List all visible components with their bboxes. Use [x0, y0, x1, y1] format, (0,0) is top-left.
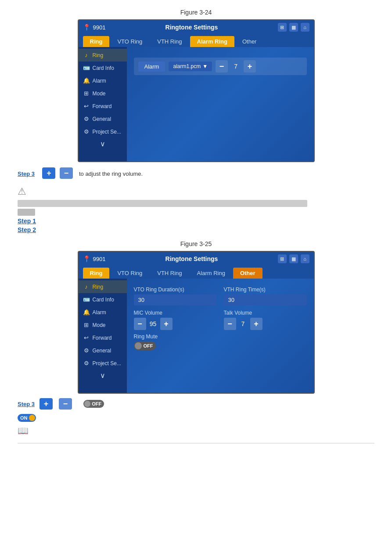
sidebar-general-1[interactable]: ⚙ General: [79, 112, 127, 125]
tab-other-1[interactable]: Other: [235, 36, 264, 47]
tab-alarm-1[interactable]: Alarm Ring: [190, 36, 234, 47]
alarm-icon-1: 🔔: [83, 77, 90, 84]
sidebar-project-label-1: Project Se...: [93, 129, 121, 135]
screen-title-2: Ringtone Settings: [105, 255, 277, 262]
tabs-row-1: Ring VTO Ring VTH Ring Alarm Ring Other: [79, 34, 314, 47]
vto-ring-duration-field: VTO Ring Duration(s) 30: [134, 287, 217, 305]
inline-toggle-circle-off: [84, 401, 90, 407]
blurred-small-block: [18, 209, 35, 216]
vto-ring-duration-value[interactable]: 30: [134, 294, 217, 305]
ring-mute-toggle-off[interactable]: OFF: [134, 341, 156, 350]
sidebar-card-label-2: Card Info: [93, 297, 114, 303]
alarm-control-row: Alarm alarm1.pcm ▼ − 7 +: [134, 58, 307, 75]
alarm-volume-value: 7: [231, 63, 240, 70]
sidebar-1: ♪ Ring 🪪 Card Info 🔔 Alarm ⊞ Mode ↩ Forw…: [79, 47, 127, 161]
alarm-file-name: alarm1.pcm: [173, 63, 201, 69]
mic-volume-field: MIC Volume − 95 +: [134, 310, 217, 330]
mode-icon-1: ⊞: [83, 90, 90, 97]
inline-toggle-off: OFF: [83, 400, 104, 408]
sidebar-alarm-1[interactable]: 🔔 Alarm: [79, 74, 127, 87]
sidebar-forward-label-1: Forward: [93, 103, 112, 109]
sidebar-forward-label-2: Forward: [93, 335, 112, 341]
figure-label-2: Figure 3-25: [18, 240, 374, 247]
sidebar-general-2[interactable]: ⚙ General: [79, 344, 127, 357]
step3-minus-btn-2[interactable]: −: [59, 398, 72, 410]
mic-volume-ctrl: − 95 +: [134, 318, 217, 330]
talk-volume-plus-btn[interactable]: +: [250, 318, 263, 330]
signal-icon-2: ▦: [289, 254, 298, 263]
mic-volume-plus-btn[interactable]: +: [160, 318, 173, 330]
vth-ring-time-field: VTH Ring Time(s) 30: [224, 287, 307, 305]
step3-plus-btn-2[interactable]: +: [40, 398, 53, 410]
tab-other-2[interactable]: Other: [233, 268, 263, 279]
tab-vto-2[interactable]: VTO Ring: [110, 268, 149, 279]
note-book-icon: 📖: [18, 425, 374, 436]
sidebar-ring-2[interactable]: ♪ Ring: [79, 280, 127, 293]
step3-plus-btn-1[interactable]: +: [42, 167, 55, 179]
sidebar-ring-label-1: Ring: [93, 52, 104, 58]
vth-ring-time-value[interactable]: 30: [224, 294, 307, 305]
location-icon-2: 📍: [83, 255, 90, 262]
card-icon-2: 🪪: [83, 296, 90, 303]
mic-volume-label: MIC Volume: [134, 310, 217, 316]
alarm-volume-minus-btn[interactable]: −: [216, 60, 228, 73]
sidebar-project-label-2: Project Se...: [93, 360, 121, 366]
sidebar-forward-2[interactable]: ↩ Forward: [79, 331, 127, 344]
sidebar-forward-1[interactable]: ↩ Forward: [79, 100, 127, 112]
content-area-1: Alarm alarm1.pcm ▼ − 7 +: [127, 47, 314, 161]
sidebar-project-1[interactable]: ⚙ Project Se...: [79, 125, 127, 138]
screen-header-1: 📍 9901 Ringtone Settings ⊞ ▦ ⌂: [79, 20, 314, 34]
step3-label-1: Step 3: [18, 170, 35, 177]
inline-toggle-off-text: OFF: [92, 401, 101, 406]
sidebar-card-label-1: Card Info: [93, 65, 114, 71]
mic-volume-minus-btn[interactable]: −: [134, 318, 146, 330]
mode-icon-2: ⊞: [83, 322, 90, 328]
screen-body-1: ♪ Ring 🪪 Card Info 🔔 Alarm ⊞ Mode ↩ Forw…: [79, 47, 314, 161]
sidebar-card-1[interactable]: 🪪 Card Info: [79, 62, 127, 74]
home-icon-2: ⌂: [301, 254, 309, 263]
sidebar-ring-label-2: Ring: [93, 284, 104, 290]
sidebar-ring-1[interactable]: ♪ Ring: [79, 49, 127, 62]
tab-ring-2[interactable]: Ring: [83, 268, 110, 279]
tab-ring-1[interactable]: Ring: [83, 36, 110, 47]
sidebar-2: ♪ Ring 🪪 Card Info 🔔 Alarm ⊞ Mode ↩ Forw…: [79, 279, 127, 393]
alarm-volume-plus-btn[interactable]: +: [244, 60, 256, 73]
step3-area-1: Step 3 + − to adjust the ring volume.: [18, 167, 374, 179]
sidebar-card-2[interactable]: 🪪 Card Info: [79, 293, 127, 306]
device-screen-1: 📍 9901 Ringtone Settings ⊞ ▦ ⌂ Ring VTO …: [78, 19, 315, 162]
talk-volume-ctrl: − 7 +: [224, 318, 307, 330]
step3-minus-btn-1[interactable]: −: [60, 167, 73, 179]
alarm-file-dropdown[interactable]: alarm1.pcm ▼: [169, 62, 212, 71]
ring-icon-2: ♪: [83, 283, 90, 290]
settings-grid-2: VTO Ring Duration(s) 30 VTH Ring Time(s)…: [134, 285, 307, 330]
home-icon-1: ⌂: [301, 23, 309, 32]
sidebar-chevron-down-1[interactable]: ∨: [79, 138, 127, 150]
grid-icon-2: ⊞: [278, 254, 287, 263]
sidebar-mode-label-1: Mode: [93, 91, 106, 97]
talk-volume-value: 7: [239, 320, 248, 327]
vth-ring-time-label: VTH Ring Time(s): [224, 287, 307, 293]
blurred-text-bar: [18, 200, 307, 207]
alarm-icon-2: 🔔: [83, 309, 90, 316]
sidebar-alarm-2[interactable]: 🔔 Alarm: [79, 306, 127, 319]
sidebar-alarm-label-2: Alarm: [93, 309, 106, 316]
sidebar-chevron-down-2[interactable]: ∨: [79, 370, 127, 381]
screen-header-2: 📍 9901 Ringtone Settings ⊞ ▦ ⌂: [79, 252, 314, 266]
tab-vth-1[interactable]: VTH Ring: [150, 36, 189, 47]
tab-vth-2[interactable]: VTH Ring: [150, 268, 189, 279]
toggle-on-row: ON: [18, 414, 374, 422]
talk-volume-minus-btn[interactable]: −: [224, 318, 236, 330]
tab-alarm-2[interactable]: Alarm Ring: [190, 268, 232, 279]
signal-icon-1: ▦: [289, 23, 298, 32]
step2-label: Step 2: [18, 226, 36, 233]
sidebar-mode-1[interactable]: ⊞ Mode: [79, 87, 127, 100]
tab-vto-1[interactable]: VTO Ring: [110, 36, 149, 47]
sidebar-mode-2[interactable]: ⊞ Mode: [79, 319, 127, 331]
step3-label-2: Step 3: [18, 401, 35, 407]
project-icon-2: ⚙: [83, 360, 90, 366]
inline-toggle-on-text: ON: [20, 415, 28, 421]
header-left-2: 📍 9901: [83, 255, 106, 262]
grid-icon-1: ⊞: [278, 23, 287, 32]
forward-icon-2: ↩: [83, 334, 90, 341]
sidebar-project-2[interactable]: ⚙ Project Se...: [79, 357, 127, 370]
